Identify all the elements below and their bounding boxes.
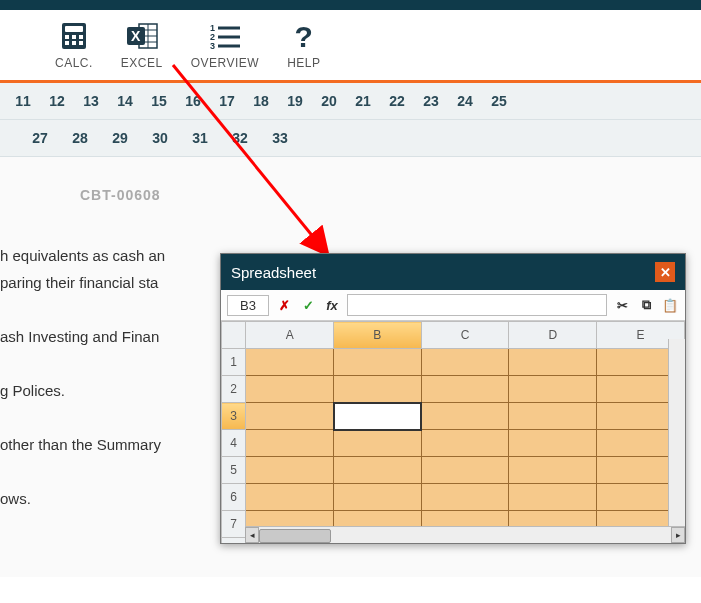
question-nav-item[interactable]: 15 xyxy=(142,93,176,109)
cell[interactable] xyxy=(509,430,597,457)
formula-input[interactable] xyxy=(347,294,607,316)
cell[interactable] xyxy=(334,484,422,511)
question-nav-item[interactable]: 13 xyxy=(74,93,108,109)
question-nav-item[interactable]: 25 xyxy=(482,93,516,109)
main-toolbar: CALC. X EXCEL 123 OVERVIEW ? HELP xyxy=(0,10,701,83)
cell[interactable] xyxy=(509,403,597,430)
copy-icon: ⧉ xyxy=(642,297,651,312)
calc-tool[interactable]: CALC. xyxy=(55,20,93,70)
column-header[interactable]: A xyxy=(246,322,334,349)
help-tool[interactable]: ? HELP xyxy=(287,20,320,70)
app-top-strip xyxy=(0,0,701,10)
question-nav-item[interactable]: 21 xyxy=(346,93,380,109)
question-nav-item[interactable]: 12 xyxy=(40,93,74,109)
cell[interactable] xyxy=(334,403,422,430)
cell[interactable] xyxy=(246,376,334,403)
question-nav-item[interactable]: 20 xyxy=(312,93,346,109)
svg-text:3: 3 xyxy=(210,41,216,50)
row-header[interactable]: 1 xyxy=(222,349,246,376)
overview-icon: 123 xyxy=(208,20,242,52)
excel-icon: X xyxy=(125,20,159,52)
question-nav-item[interactable]: 32 xyxy=(220,130,260,146)
question-nav-item[interactable]: 30 xyxy=(140,130,180,146)
question-nav-item[interactable]: 18 xyxy=(244,93,278,109)
accept-formula-button[interactable]: ✓ xyxy=(299,298,317,313)
cell[interactable] xyxy=(246,430,334,457)
svg-rect-5 xyxy=(65,41,69,45)
row-header[interactable]: 3 xyxy=(222,403,246,430)
question-nav-item[interactable]: 24 xyxy=(448,93,482,109)
calc-label: CALC. xyxy=(55,56,93,70)
cancel-formula-button[interactable]: ✗ xyxy=(275,298,293,313)
row-header[interactable]: 7 xyxy=(222,511,246,538)
column-header[interactable]: B xyxy=(334,322,422,349)
question-nav-item[interactable]: 27 xyxy=(20,130,60,146)
check-icon: ✓ xyxy=(303,298,314,313)
cell[interactable] xyxy=(334,376,422,403)
row-header[interactable]: 4 xyxy=(222,430,246,457)
svg-rect-1 xyxy=(65,26,83,32)
cell-reference-box[interactable]: B3 xyxy=(227,295,269,316)
svg-text:X: X xyxy=(131,28,141,44)
overview-label: OVERVIEW xyxy=(191,56,259,70)
svg-text:?: ? xyxy=(294,21,313,51)
cell[interactable] xyxy=(421,430,509,457)
cell[interactable] xyxy=(334,457,422,484)
cell[interactable] xyxy=(421,403,509,430)
cell[interactable] xyxy=(509,484,597,511)
cell[interactable] xyxy=(421,376,509,403)
question-nav-item[interactable]: 31 xyxy=(180,130,220,146)
excel-label: EXCEL xyxy=(121,56,163,70)
scroll-right-button[interactable]: ▸ xyxy=(671,527,685,543)
spreadsheet-titlebar[interactable]: Spreadsheet ✕ xyxy=(221,254,685,290)
question-nav-item[interactable]: 17 xyxy=(210,93,244,109)
row-header[interactable]: 8 xyxy=(222,538,246,544)
cell[interactable] xyxy=(421,457,509,484)
row-header[interactable]: 6 xyxy=(222,484,246,511)
spreadsheet-title-text: Spreadsheet xyxy=(231,264,316,281)
question-nav-item[interactable]: 33 xyxy=(260,130,300,146)
question-nav-item[interactable]: 22 xyxy=(380,93,414,109)
help-icon: ? xyxy=(293,20,315,52)
document-id: CBT-00608 xyxy=(80,187,701,203)
cell[interactable] xyxy=(421,349,509,376)
paste-button[interactable]: 📋 xyxy=(661,298,679,313)
cell[interactable] xyxy=(246,457,334,484)
spreadsheet-grid[interactable]: ABCDE123456789 xyxy=(221,321,685,543)
row-header[interactable]: 5 xyxy=(222,457,246,484)
cell[interactable] xyxy=(509,349,597,376)
question-nav-item[interactable]: 23 xyxy=(414,93,448,109)
svg-rect-7 xyxy=(79,41,83,45)
spreadsheet-close-button[interactable]: ✕ xyxy=(655,262,675,282)
row-header[interactable]: 2 xyxy=(222,376,246,403)
overview-tool[interactable]: 123 OVERVIEW xyxy=(191,20,259,70)
copy-button[interactable]: ⧉ xyxy=(637,297,655,313)
column-header[interactable]: D xyxy=(509,322,597,349)
formula-bar: B3 ✗ ✓ fx ✂ ⧉ 📋 xyxy=(221,290,685,321)
cancel-icon: ✗ xyxy=(279,298,290,313)
cell[interactable] xyxy=(334,430,422,457)
question-nav-item[interactable]: 11 xyxy=(6,93,40,109)
cell[interactable] xyxy=(509,376,597,403)
cell[interactable] xyxy=(421,484,509,511)
cell[interactable] xyxy=(246,349,334,376)
cell[interactable] xyxy=(246,403,334,430)
question-nav-item[interactable]: 29 xyxy=(100,130,140,146)
horizontal-scrollbar[interactable]: ◂ ▸ xyxy=(245,526,685,543)
scroll-left-button[interactable]: ◂ xyxy=(245,527,259,543)
close-icon: ✕ xyxy=(660,265,671,280)
question-nav-item[interactable]: 14 xyxy=(108,93,142,109)
question-nav-item[interactable]: 19 xyxy=(278,93,312,109)
question-nav-item[interactable]: 28 xyxy=(60,130,100,146)
cut-button[interactable]: ✂ xyxy=(613,298,631,313)
cell[interactable] xyxy=(509,457,597,484)
fx-label: fx xyxy=(323,298,341,313)
cell[interactable] xyxy=(246,484,334,511)
svg-rect-3 xyxy=(72,35,76,39)
vertical-scrollbar[interactable] xyxy=(668,339,685,527)
excel-tool[interactable]: X EXCEL xyxy=(121,20,163,70)
column-header[interactable]: C xyxy=(421,322,509,349)
question-nav-item[interactable]: 16 xyxy=(176,93,210,109)
scroll-thumb[interactable] xyxy=(259,529,331,543)
cell[interactable] xyxy=(334,349,422,376)
